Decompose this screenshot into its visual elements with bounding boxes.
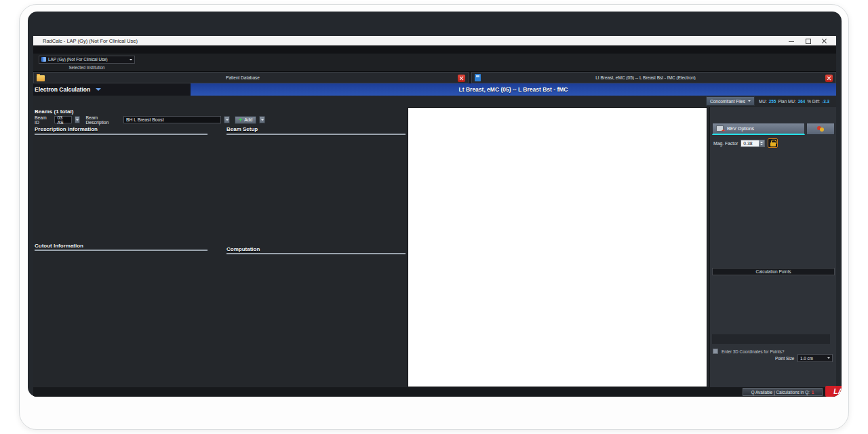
window-title: RadCalc - LAP (Gy) (Not For Clinical Use… [33,38,138,44]
beam-doc-icon [475,74,481,81]
point-size-label: Point Size [775,356,794,361]
bev-options-panel: BEV Options Mag. Factor 0.38 [709,107,836,387]
beam-description-dropdown-button[interactable] [224,116,230,123]
add-beam-dropdown-button[interactable] [259,116,265,123]
diff-value: -3.3 [822,99,829,104]
concomitant-files-button[interactable]: Concomitant Files [706,96,755,106]
device-frame: RadCalc - LAP (Gy) (Not For Clinical Use… [19,4,849,430]
bev-options-button[interactable]: BEV Options [712,123,805,135]
mag-factor-spinner[interactable] [759,140,764,146]
app-window: RadCalc - LAP (Gy) (Not For Clinical Use… [28,12,842,397]
folder-icon [37,75,45,81]
close-tab-icon[interactable] [825,75,833,82]
close-tab-icon[interactable] [458,75,465,82]
tab-patient-database[interactable]: Patient Database [33,72,469,83]
beam-id-select[interactable]: 03 AS [54,116,71,123]
status-bar: Q Available | Calculations in Q: 1 LAP [33,387,836,397]
add-beam-button[interactable]: + Add [235,116,256,124]
beam-setup-table [226,134,406,135]
title-bar: RadCalc - LAP (Gy) (Not For Clinical Use… [33,36,836,45]
menu-bar [33,45,836,54]
queue-status-button[interactable]: Q Available | Calculations in Q: 1 [743,388,823,396]
section-title-beam-setup: Beam Setup [226,126,258,132]
cutout-table [35,250,208,251]
mag-lock-button[interactable] [768,138,778,148]
bev-options-icon [716,125,724,132]
minimize-icon[interactable] [789,38,794,43]
beam-description-select[interactable]: BH L Breast Boost [123,116,221,123]
lock-icon [770,142,776,146]
mu-summary: MU:255 Plan MU:264 % Diff:-3.3 [755,99,836,104]
enter-3d-label: Enter 3D Coordinates for Points? [722,349,784,354]
institution-label: Selected Institution [68,65,104,70]
calc-points-title: Calculation Points [712,268,835,275]
section-title-computation: Computation [226,246,260,252]
document-tabs: Patient Database Lt Breast, eMC (05) -- … [33,72,836,83]
prescription-table [35,134,208,135]
beam-description-label: Beam Description [85,115,121,125]
section-title-cutout: Cutout Information [35,243,83,249]
mu-value: 255 [769,99,776,104]
chevron-down-icon [96,88,101,94]
coord-value-row [712,334,830,344]
coord-header-row [712,327,830,334]
close-icon[interactable] [821,38,827,43]
chevron-down-icon [748,100,751,103]
beam-id-dropdown-button[interactable] [75,116,81,123]
institution-icon [41,57,46,62]
main-content: Beams (1 total) Beam ID 03 AS Beam Descr… [33,106,836,387]
plus-icon: + [239,117,242,123]
subtab-row: Concomitant Files MU:255 Plan MU:264 % D… [33,96,836,106]
tab-beam-document[interactable]: Lt Breast, eMC (05) -- L Breast Bst - fM… [471,72,836,83]
radcalc-app: RadCalc - LAP (Gy) (Not For Clinical Use… [33,36,836,397]
lap-logo: LAP [825,386,842,397]
beams-count-title: Beams (1 total) [35,108,73,115]
maximize-icon[interactable] [805,38,810,43]
computation-table [226,253,406,254]
mag-factor-input[interactable]: 0.38 [741,140,765,147]
calculation-mode-select[interactable]: Electron Calculation [33,83,191,96]
point-size-select[interactable]: 1.0 cm [797,354,833,362]
display-settings-button[interactable] [806,123,835,135]
section-title-prescription: Prescription Information [35,126,98,132]
mag-factor-label: Mag. Factor [713,141,738,146]
plan-title: Lt Breast, eMC (05) -- L Breast Bst - fM… [191,83,836,96]
paint-icon [817,126,824,132]
enter-3d-checkbox[interactable] [713,349,718,354]
toolbar: LAP (Gy) (Not For Clinical Use) Selected… [33,54,836,72]
plan-mu-value: 264 [798,99,806,104]
chevron-down-icon [130,59,132,62]
header-bar: Electron Calculation Lt Breast, eMC (05)… [33,83,836,96]
bev-canvas[interactable] [408,107,707,387]
institution-select[interactable]: LAP (Gy) (Not For Clinical Use) [39,56,135,64]
queue-count: 1 [812,390,814,395]
beam-id-label: Beam ID [35,115,52,125]
